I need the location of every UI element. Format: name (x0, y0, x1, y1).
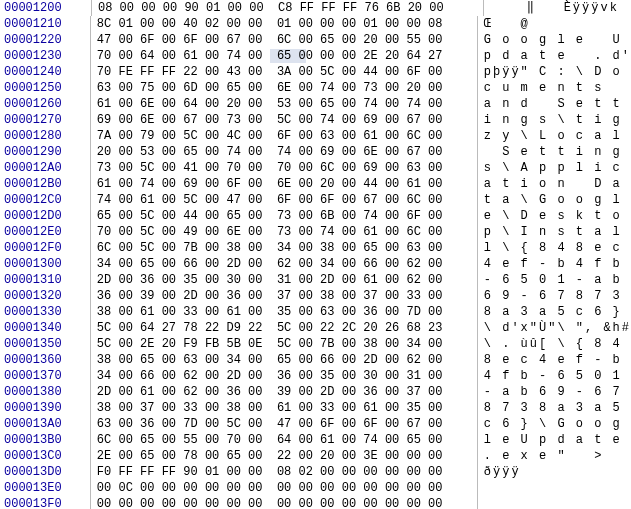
ascii-cell[interactable] (478, 496, 631, 509)
hex-cell[interactable]: 61 00 74 00 69 00 6F 00 6E 00 20 00 44 0… (91, 176, 478, 192)
ascii-cell[interactable]: c u m e n t s (478, 80, 631, 96)
offset-cell: 000012E0 (0, 224, 91, 240)
ascii-cell[interactable]: \ . ùû[ \ { 8 4 (478, 336, 631, 352)
hex-row[interactable]: 0000137034 00 66 00 62 00 2D 00 36 00 35… (0, 368, 631, 384)
hex-cell[interactable]: 61 00 6E 00 64 00 20 00 53 00 65 00 74 0… (91, 96, 478, 112)
ascii-cell[interactable]: 8 e c 4 e f - b (478, 352, 631, 368)
ascii-cell[interactable]: 8 a 3 a 5 c 6 } (478, 304, 631, 320)
ascii-cell[interactable]: 6 9 - 6 7 8 7 3 (478, 288, 631, 304)
hex-row[interactable]: 0000124070 FE FF FF 22 00 43 00 3A 00 5C… (0, 64, 631, 80)
hex-cell[interactable]: 34 00 65 00 66 00 2D 00 62 00 34 00 66 0… (91, 256, 478, 272)
hex-row[interactable]: 0000133038 00 61 00 33 00 61 00 35 00 63… (0, 304, 631, 320)
hex-row[interactable]: 0000122047 00 6F 00 6F 00 67 00 6C 00 65… (0, 32, 631, 48)
ascii-cell[interactable] (478, 480, 631, 496)
ascii-cell[interactable]: G o o g l e U (478, 32, 631, 48)
ascii-cell[interactable]: z y \ L o c a l (478, 128, 631, 144)
hex-row[interactable]: 0000120008 00 00 00 90 01 00 00 C8 FF FF… (0, 0, 631, 16)
hex-cell[interactable]: 65 00 5C 00 44 00 65 00 73 00 6B 00 74 0… (91, 208, 478, 224)
hex-row[interactable]: 000012C074 00 61 00 5C 00 47 00 6F 00 6F… (0, 192, 631, 208)
ascii-cell[interactable]: p \ I n s t a l (478, 224, 631, 240)
hex-viewer[interactable]: 0000120008 00 00 00 90 01 00 00 C8 FF FF… (0, 0, 631, 509)
hex-cell[interactable]: F0 FF FF FF 90 01 00 00 08 02 00 00 00 0… (91, 464, 478, 480)
hex-cell[interactable]: 38 00 61 00 33 00 61 00 35 00 63 00 36 0… (91, 304, 478, 320)
ascii-cell[interactable]: t a \ G o o g l (478, 192, 631, 208)
ascii-cell[interactable]: 4 f b - 6 5 0 1 (478, 368, 631, 384)
hex-row[interactable]: 000012D065 00 5C 00 44 00 65 00 73 00 6B… (0, 208, 631, 224)
hex-cell[interactable]: 8C 01 00 00 40 02 00 00 01 00 00 00 01 0… (91, 16, 478, 32)
hex-cell[interactable]: 2D 00 61 00 62 00 36 00 39 00 2D 00 36 0… (91, 384, 478, 400)
hex-cell[interactable]: 47 00 6F 00 6F 00 67 00 6C 00 65 00 20 0… (91, 32, 478, 48)
hex-row[interactable]: 0000139038 00 37 00 33 00 38 00 61 00 33… (0, 400, 631, 416)
offset-cell: 00001340 (0, 320, 91, 336)
hex-cell[interactable]: 6C 00 65 00 55 00 70 00 64 00 61 00 74 0… (91, 432, 478, 448)
hex-row[interactable]: 000013C02E 00 65 00 78 00 65 00 22 00 20… (0, 448, 631, 464)
ascii-cell[interactable]: p d a t e . d' (478, 48, 631, 64)
hex-cell[interactable]: 70 00 64 00 61 00 74 00 65 00 00 00 2E 2… (91, 48, 478, 64)
hex-row[interactable]: 0000126061 00 6E 00 64 00 20 00 53 00 65… (0, 96, 631, 112)
hex-row[interactable]: 000012B061 00 74 00 69 00 6F 00 6E 00 20… (0, 176, 631, 192)
hex-cell[interactable]: 5C 00 2E 20 F9 FB 5B 0E 5C 00 7B 00 38 0… (91, 336, 478, 352)
hex-row[interactable]: 0000125063 00 75 00 6D 00 65 00 6E 00 74… (0, 80, 631, 96)
ascii-cell[interactable]: Œ @ (478, 16, 631, 32)
hex-row[interactable]: 000012108C 01 00 00 40 02 00 00 01 00 00… (0, 16, 631, 32)
ascii-cell[interactable]: s \ A p p l i c (478, 160, 631, 176)
hex-row[interactable]: 000013B06C 00 65 00 55 00 70 00 64 00 61… (0, 432, 631, 448)
hex-row[interactable]: 000012A073 00 5C 00 41 00 70 00 70 00 6C… (0, 160, 631, 176)
ascii-cell[interactable]: \ d'x"Ù"\ ", &h# (478, 320, 631, 336)
hex-row[interactable]: 0000123070 00 64 00 61 00 74 00 65 00 00… (0, 48, 631, 64)
ascii-cell[interactable]: i n g s \ t i g (478, 112, 631, 128)
ascii-cell[interactable]: 4 e f - b 4 f b (478, 256, 631, 272)
hex-row[interactable]: 0000127069 00 6E 00 67 00 73 00 5C 00 74… (0, 112, 631, 128)
hex-cell[interactable]: 5C 00 64 27 78 22 D9 22 5C 00 22 2C 20 2… (91, 320, 478, 336)
ascii-cell[interactable]: l e U p d a t e (478, 432, 631, 448)
hex-cell[interactable]: 00 0C 00 00 00 00 00 00 00 00 00 00 00 0… (91, 480, 478, 496)
hex-row[interactable]: 000013A063 00 36 00 7D 00 5C 00 47 00 6F… (0, 416, 631, 432)
ascii-cell[interactable]: S e t t i n g (478, 144, 631, 160)
ascii-cell[interactable]: c 6 } \ G o o g (478, 416, 631, 432)
hex-row[interactable]: 000013102D 00 36 00 35 00 30 00 31 00 2D… (0, 272, 631, 288)
hex-row[interactable]: 000013E000 0C 00 00 00 00 00 00 00 00 00… (0, 480, 631, 496)
hex-cell[interactable]: 74 00 61 00 5C 00 47 00 6F 00 6F 00 67 0… (91, 192, 478, 208)
hex-row[interactable]: 000012F06C 00 5C 00 7B 00 38 00 34 00 38… (0, 240, 631, 256)
hex-cell[interactable]: 2E 00 65 00 78 00 65 00 22 00 20 00 3E 0… (91, 448, 478, 464)
hex-cell[interactable]: 7A 00 79 00 5C 00 4C 00 6F 00 63 00 61 0… (91, 128, 478, 144)
ascii-cell[interactable]: a n d S e t t (478, 96, 631, 112)
ascii-cell[interactable]: e \ D e s k t o (478, 208, 631, 224)
hex-cell[interactable]: 2D 00 36 00 35 00 30 00 31 00 2D 00 61 0… (91, 272, 478, 288)
ascii-cell[interactable]: ðÿÿÿ (478, 464, 631, 480)
ascii-cell[interactable]: . e x e " > (478, 448, 631, 464)
ascii-cell[interactable]: ‖ Èÿÿÿvk (484, 0, 628, 16)
ascii-cell[interactable]: - a b 6 9 - 6 7 (478, 384, 631, 400)
hex-row[interactable]: 000013405C 00 64 27 78 22 D9 22 5C 00 22… (0, 320, 631, 336)
ascii-cell[interactable]: pþÿÿ" C : \ D o (478, 64, 631, 80)
hex-cell[interactable]: 70 00 5C 00 49 00 6E 00 73 00 74 00 61 0… (91, 224, 478, 240)
offset-cell: 00001290 (0, 144, 91, 160)
hex-cell[interactable]: 20 00 53 00 65 00 74 00 74 00 69 00 6E 0… (91, 144, 478, 160)
ascii-cell[interactable]: - 6 5 0 1 - a b (478, 272, 631, 288)
hex-row[interactable]: 0000136038 00 65 00 63 00 34 00 65 00 66… (0, 352, 631, 368)
hex-cell[interactable]: 36 00 39 00 2D 00 36 00 37 00 38 00 37 0… (91, 288, 478, 304)
ascii-cell[interactable]: a t i o n D a (478, 176, 631, 192)
ascii-cell[interactable]: 8 7 3 8 a 3 a 5 (478, 400, 631, 416)
hex-row[interactable]: 0000129020 00 53 00 65 00 74 00 74 00 69… (0, 144, 631, 160)
hex-row[interactable]: 0000130034 00 65 00 66 00 2D 00 62 00 34… (0, 256, 631, 272)
hex-cell[interactable]: 73 00 5C 00 41 00 70 00 70 00 6C 00 69 0… (91, 160, 478, 176)
hex-row[interactable]: 000012E070 00 5C 00 49 00 6E 00 73 00 74… (0, 224, 631, 240)
hex-row[interactable]: 000013F000 00 00 00 00 00 00 00 00 00 00… (0, 496, 631, 509)
hex-row[interactable]: 0000132036 00 39 00 2D 00 36 00 37 00 38… (0, 288, 631, 304)
hex-row[interactable]: 000013D0F0 FF FF FF 90 01 00 00 08 02 00… (0, 464, 631, 480)
hex-cell[interactable]: 69 00 6E 00 67 00 73 00 5C 00 74 00 69 0… (91, 112, 478, 128)
hex-cell[interactable]: 08 00 00 00 90 01 00 00 C8 FF FF FF 76 6… (92, 0, 484, 16)
hex-cell[interactable]: 38 00 37 00 33 00 38 00 61 00 33 00 61 0… (91, 400, 478, 416)
hex-cell[interactable]: 38 00 65 00 63 00 34 00 65 00 66 00 2D 0… (91, 352, 478, 368)
hex-cell[interactable]: 34 00 66 00 62 00 2D 00 36 00 35 00 30 0… (91, 368, 478, 384)
hex-row[interactable]: 000013505C 00 2E 20 F9 FB 5B 0E 5C 00 7B… (0, 336, 631, 352)
hex-row[interactable]: 000012807A 00 79 00 5C 00 4C 00 6F 00 63… (0, 128, 631, 144)
hex-cell[interactable]: 70 FE FF FF 22 00 43 00 3A 00 5C 00 44 0… (91, 64, 478, 80)
hex-cell[interactable]: 00 00 00 00 00 00 00 00 00 00 00 00 00 0… (91, 496, 478, 509)
hex-cell[interactable]: 6C 00 5C 00 7B 00 38 00 34 00 38 00 65 0… (91, 240, 478, 256)
hex-cell[interactable]: 63 00 36 00 7D 00 5C 00 47 00 6F 00 6F 0… (91, 416, 478, 432)
hex-row[interactable]: 000013802D 00 61 00 62 00 36 00 39 00 2D… (0, 384, 631, 400)
hex-cell[interactable]: 63 00 75 00 6D 00 65 00 6E 00 74 00 73 0… (91, 80, 478, 96)
ascii-cell[interactable]: l \ { 8 4 8 e c (478, 240, 631, 256)
